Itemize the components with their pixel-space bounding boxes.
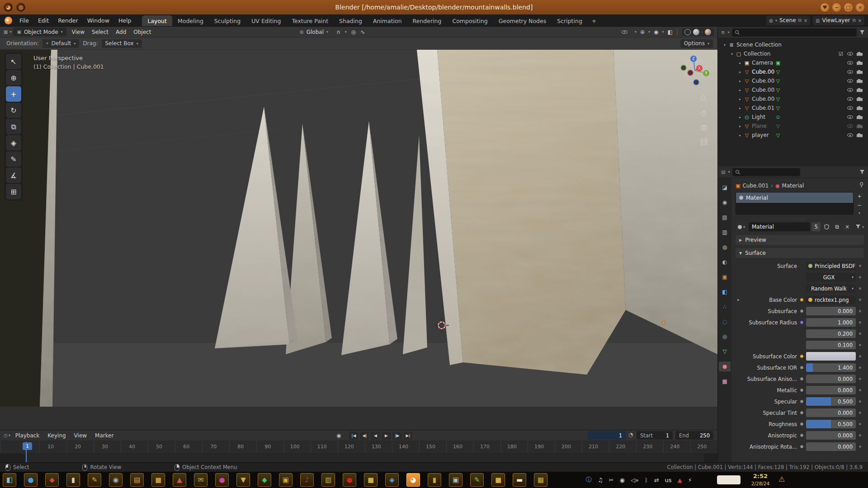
timeline-menu[interactable]: Marker bbox=[91, 432, 118, 439]
pin-icon[interactable] bbox=[859, 182, 864, 189]
hide-viewport-icon[interactable] bbox=[847, 88, 853, 92]
taskbar-app-icon[interactable]: ◆ bbox=[258, 473, 271, 487]
property-field[interactable]: Random Walk ▾ bbox=[806, 284, 856, 293]
outliner-row-collection[interactable]: ▾ Collection ☑ bbox=[718, 49, 868, 58]
menu-item[interactable]: Window bbox=[83, 14, 114, 26]
new-viewlayer-icon[interactable]: ⧉ bbox=[852, 18, 855, 23]
taskbar-app-icon[interactable]: ▮ bbox=[66, 473, 80, 487]
editor-type-icon[interactable]: ▤ bbox=[721, 169, 725, 174]
property-field[interactable]: 1.400 ▾ bbox=[806, 363, 856, 372]
breadcrumb-object[interactable]: Cube.001 bbox=[742, 183, 769, 189]
minimize-button[interactable] bbox=[832, 3, 841, 12]
zoom-icon[interactable] bbox=[700, 94, 708, 103]
node-socket-icon[interactable] bbox=[800, 422, 804, 426]
properties-tab[interactable]: ▥ bbox=[719, 227, 731, 237]
decorator-dot[interactable] bbox=[859, 400, 861, 403]
outliner-row-scene-collection[interactable]: ▾ Scene Collection bbox=[718, 40, 868, 49]
unlink-icon[interactable]: × bbox=[804, 18, 807, 23]
hide-render-icon[interactable] bbox=[857, 79, 863, 83]
outliner-row[interactable]: ▸ Cube.002 bbox=[718, 76, 868, 85]
close-button[interactable] bbox=[856, 3, 864, 12]
workspace-tab[interactable]: UV Editing bbox=[246, 15, 286, 26]
filter-icon[interactable] bbox=[855, 224, 861, 230]
workspace-tab[interactable]: Layout bbox=[142, 15, 172, 26]
properties-tab[interactable]: ▽ bbox=[719, 347, 731, 357]
viewport-3d[interactable]: ▦▾ ▣ Object Mode▾ ViewSelectAddObject ◍ … bbox=[0, 27, 717, 430]
hide-viewport-icon[interactable] bbox=[847, 61, 853, 65]
favorite-icon[interactable] bbox=[821, 3, 829, 12]
tool-button[interactable]: ↻ bbox=[6, 103, 21, 118]
overlays-icon[interactable]: ◉ bbox=[654, 29, 658, 35]
scene-selector[interactable]: ◍▾ Scene ⧉ × bbox=[766, 16, 810, 25]
tool-button[interactable]: ✎ bbox=[6, 151, 21, 167]
property-field[interactable]: 1.000 ▾ bbox=[806, 318, 856, 327]
taskbar-app-icon[interactable]: ◆ bbox=[45, 473, 59, 487]
node-socket-icon[interactable] bbox=[800, 388, 804, 392]
taskbar-app-icon[interactable]: ▣ bbox=[449, 473, 462, 487]
taskbar-app-icon[interactable]: ● bbox=[343, 473, 356, 487]
decorator-dot[interactable] bbox=[859, 366, 861, 369]
pan-hand-icon[interactable] bbox=[700, 109, 708, 117]
outliner-row[interactable]: ▸ Camera bbox=[718, 58, 868, 67]
properties-tab[interactable]: ◐ bbox=[719, 257, 731, 267]
preview-panel-header[interactable]: ▶Preview bbox=[736, 235, 864, 245]
properties-tab[interactable]: ▣ bbox=[719, 272, 731, 282]
decorator-dot[interactable] bbox=[859, 378, 861, 380]
property-field[interactable]: 0.000 ▾ bbox=[806, 375, 856, 383]
taskbar-app-icon[interactable]: ◧ bbox=[3, 473, 16, 487]
tool-button[interactable]: ⊕ bbox=[6, 70, 21, 85]
object-origin-dot[interactable] bbox=[662, 321, 665, 324]
properties-tab[interactable]: ◪ bbox=[719, 183, 731, 192]
outliner-row[interactable]: ▸ Cube.012 bbox=[718, 103, 868, 113]
orientation-dropdown[interactable]: ◍ Global▾ bbox=[296, 28, 332, 36]
playback-button[interactable]: ◀| bbox=[360, 432, 369, 440]
properties-tab[interactable]: ◍ bbox=[719, 242, 731, 252]
property-field[interactable]: 0.100 ▾ bbox=[806, 341, 856, 349]
menu-item[interactable]: Edit bbox=[33, 14, 53, 26]
property-field[interactable]: 0.500 ▾ bbox=[806, 397, 856, 406]
collection-checkbox[interactable]: ☑ bbox=[839, 52, 844, 56]
taskbar-app-icon[interactable]: ■ bbox=[491, 473, 505, 487]
menu-item[interactable]: Render bbox=[53, 14, 83, 26]
decorator-dot[interactable] bbox=[859, 344, 861, 346]
decorator-dot[interactable] bbox=[859, 389, 861, 391]
hide-viewport-icon[interactable] bbox=[847, 70, 853, 74]
filter-icon[interactable] bbox=[859, 30, 865, 35]
current-frame-field[interactable]: 1 bbox=[588, 431, 626, 440]
orientation-value-dropdown[interactable]: ⌖Default▾ bbox=[42, 39, 80, 48]
hide-viewport-icon[interactable] bbox=[847, 133, 853, 137]
hide-viewport-icon[interactable] bbox=[847, 106, 853, 110]
tool-button[interactable]: ◈ bbox=[6, 135, 21, 150]
snap-icon[interactable]: ∩ bbox=[336, 29, 340, 35]
fake-user-shield-icon[interactable] bbox=[822, 222, 831, 231]
taskbar-app-icon[interactable]: ▦ bbox=[534, 473, 547, 487]
node-socket-icon[interactable] bbox=[800, 354, 804, 358]
current-frame-badge[interactable]: 1 bbox=[23, 442, 32, 450]
workspace-tab[interactable]: Modeling bbox=[172, 15, 209, 26]
playback-button[interactable]: ▶| bbox=[403, 432, 412, 440]
properties-tab[interactable]: ◉ bbox=[719, 197, 731, 207]
3d-scene[interactable]: Z X Y bbox=[0, 50, 717, 430]
taskbar-app-icon[interactable]: ▼ bbox=[236, 473, 250, 487]
editor-type-icon[interactable]: ◷ bbox=[4, 433, 8, 438]
mode-dropdown[interactable]: ▣ Object Mode▾ bbox=[13, 28, 66, 36]
property-field[interactable]: 0.500 ▾ bbox=[806, 420, 856, 428]
decorator-dot[interactable] bbox=[859, 412, 861, 414]
property-field[interactable]: 0.000 ▾ bbox=[806, 442, 856, 451]
timeline-ruler[interactable]: 1020304050607080901001101201301401501601… bbox=[0, 441, 717, 454]
property-field[interactable]: 0.200 ▾ bbox=[806, 329, 856, 338]
workspace-tab[interactable]: Geometry Nodes bbox=[493, 15, 552, 26]
node-socket-icon[interactable] bbox=[800, 433, 804, 437]
properties-search-input[interactable] bbox=[732, 168, 800, 176]
timeline-menu[interactable]: Playback bbox=[11, 432, 44, 439]
hide-render-icon[interactable] bbox=[857, 124, 863, 128]
unlink-icon[interactable]: × bbox=[843, 222, 852, 231]
properties-tab[interactable]: ▦ bbox=[719, 376, 731, 386]
tray-icon[interactable]: ᛒ bbox=[645, 477, 648, 483]
hide-render-icon[interactable] bbox=[857, 106, 863, 110]
maximize-button[interactable] bbox=[844, 3, 853, 12]
warning-icon[interactable]: ⚠ bbox=[778, 475, 785, 483]
hide-viewport-icon[interactable] bbox=[847, 79, 853, 83]
hide-render-icon[interactable] bbox=[857, 70, 863, 74]
viewport-menu[interactable]: Add bbox=[112, 29, 130, 35]
